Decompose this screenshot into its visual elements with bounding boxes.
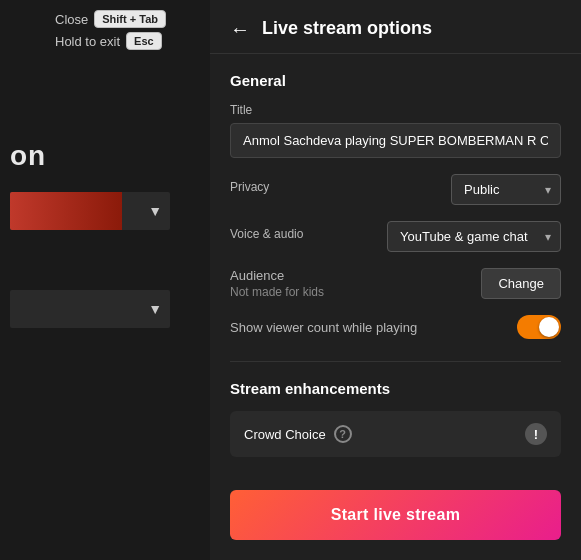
exit-key: Esc: [126, 32, 162, 50]
audience-title: Audience: [230, 268, 324, 283]
toggle-knob: [539, 317, 559, 337]
privacy-select[interactable]: Public Private Unlisted: [451, 174, 561, 205]
start-livestream-button[interactable]: Start live stream: [230, 490, 561, 540]
title-field-label: Title: [230, 103, 561, 117]
enhance-row: Crowd Choice ? !: [230, 411, 561, 457]
viewer-count-row: Show viewer count while playing: [230, 315, 561, 339]
enhance-left: Crowd Choice ?: [244, 425, 352, 443]
divider: [230, 361, 561, 362]
general-section-title: General: [230, 72, 561, 89]
audience-sub: Not made for kids: [230, 285, 324, 299]
close-label: Close: [55, 12, 88, 27]
close-key: Shift + Tab: [94, 10, 166, 28]
voice-select-wrapper: YouTube & game chat Game chat only No au…: [387, 221, 561, 252]
viewer-count-toggle[interactable]: [517, 315, 561, 339]
audience-row: Audience Not made for kids Change: [230, 268, 561, 299]
change-button[interactable]: Change: [481, 268, 561, 299]
game-text: on: [0, 140, 46, 172]
panel-title: Live stream options: [262, 18, 432, 39]
crowd-choice-label: Crowd Choice: [244, 427, 326, 442]
game-bar-fill-1: [10, 192, 122, 230]
exit-label: Hold to exit: [55, 34, 120, 49]
game-bar-2: ▼: [10, 290, 170, 328]
info-icon[interactable]: !: [525, 423, 547, 445]
audience-info: Audience Not made for kids: [230, 268, 324, 299]
exit-tooltip-row: Hold to exit Esc: [55, 32, 166, 50]
left-panel: Close Shift + Tab Hold to exit Esc on ▼ …: [0, 0, 210, 560]
enhancements-section-title: Stream enhancements: [230, 380, 561, 397]
close-tooltip-row: Close Shift + Tab: [55, 10, 166, 28]
help-icon[interactable]: ?: [334, 425, 352, 443]
voice-label: Voice & audio: [230, 227, 303, 241]
title-input[interactable]: [230, 123, 561, 158]
privacy-field-row: Privacy Public Private Unlisted ▾: [230, 174, 561, 205]
voice-field-row: Voice & audio YouTube & game chat Game c…: [230, 221, 561, 252]
back-button[interactable]: ←: [230, 19, 250, 39]
privacy-select-wrapper: Public Private Unlisted ▾: [451, 174, 561, 205]
voice-select[interactable]: YouTube & game chat Game chat only No au…: [387, 221, 561, 252]
panel-header: ← Live stream options: [210, 0, 581, 54]
right-panel: ← Live stream options General Title Priv…: [210, 0, 581, 560]
game-bar-block: ▼ ▼: [10, 192, 170, 328]
viewer-count-label: Show viewer count while playing: [230, 320, 417, 335]
tooltip-area: Close Shift + Tab Hold to exit Esc: [55, 10, 166, 50]
game-bar-1: ▼: [10, 192, 170, 230]
game-preview: on ▼ ▼: [0, 80, 210, 560]
game-bar-arrow-2: ▼: [148, 301, 162, 317]
game-bar-arrow-1: ▼: [148, 203, 162, 219]
privacy-label: Privacy: [230, 180, 269, 194]
panel-content: General Title Privacy Public Private Unl…: [210, 54, 581, 490]
